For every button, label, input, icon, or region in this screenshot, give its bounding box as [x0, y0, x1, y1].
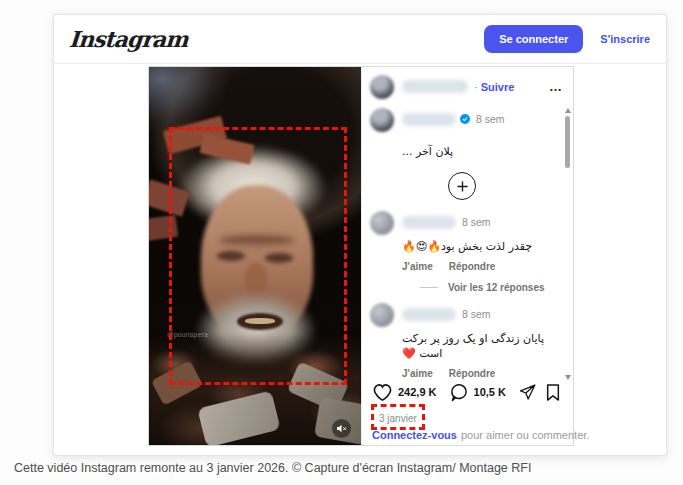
- like-button[interactable]: [372, 383, 393, 402]
- author-username-blurred[interactable]: [402, 80, 468, 93]
- comment-row: 8 sem پایان زندگی او یک روز پر برکت است …: [362, 293, 562, 380]
- comment-row: 8 sem چقدر لذت بخش بود🔥😍🔥 J'aime Répondr…: [362, 209, 562, 293]
- scrollbar-up-arrow-icon[interactable]: [565, 108, 571, 113]
- commenter-username-blurred[interactable]: [402, 308, 456, 321]
- post-header: ·Suivre …: [362, 67, 573, 106]
- comment-count: 10,5 K: [474, 386, 506, 398]
- comment-text: چقدر لذت بخش بود🔥😍🔥: [402, 239, 562, 254]
- load-more-row: [362, 172, 562, 200]
- login-prompt-text: pour aimer ou commenter.: [461, 429, 589, 441]
- signup-link[interactable]: S'inscrire: [600, 33, 650, 45]
- caption-timestamp: 8 sem: [476, 113, 505, 125]
- comment-button[interactable]: [449, 383, 469, 402]
- more-options-button[interactable]: …: [549, 83, 563, 91]
- caption-username-blurred[interactable]: [402, 113, 456, 126]
- load-more-comments-button[interactable]: [448, 172, 476, 200]
- comment-reply-button[interactable]: Répondre: [449, 368, 496, 379]
- caption-row: 8 sem پلان آخر ...: [362, 106, 562, 159]
- caption-avatar[interactable]: [370, 108, 394, 132]
- heart-icon: [372, 383, 393, 402]
- comment-timestamp: 8 sem: [462, 308, 491, 320]
- login-prompt: Connectez-vouspour aimer ou commenter.: [372, 429, 589, 441]
- author-avatar[interactable]: [370, 75, 394, 99]
- follow-label: Suivre: [481, 81, 515, 93]
- red-dashed-date-box: 3 janvier: [371, 404, 425, 430]
- comments-pane: ·Suivre … 8 sem: [361, 67, 573, 445]
- red-dashed-annotation-box: [169, 127, 347, 385]
- comment-like-button[interactable]: J'aime: [402, 368, 433, 379]
- follow-button[interactable]: ·Suivre: [474, 81, 514, 93]
- like-count: 242,9 K: [398, 386, 437, 398]
- instagram-logo: Instagram: [68, 26, 188, 52]
- comments-scroll-area[interactable]: 8 sem پلان آخر ...: [362, 106, 562, 380]
- post-action-bar: 242,9 K 10,5 K: [362, 379, 573, 405]
- bookmark-icon: [545, 383, 561, 402]
- caption-text: پلان آخر ...: [402, 144, 562, 159]
- comment-timestamp: 8 sem: [462, 216, 491, 228]
- verified-badge-icon: [460, 114, 470, 124]
- share-button[interactable]: [518, 383, 537, 401]
- commenter-avatar[interactable]: [370, 211, 394, 235]
- connect-link[interactable]: Connectez-vous: [372, 429, 457, 441]
- comment-reply-button[interactable]: Répondre: [449, 261, 496, 272]
- comment-bubble-icon: [449, 383, 469, 402]
- replies-divider-line: [420, 287, 438, 288]
- comments-scrollbar[interactable]: [564, 108, 571, 380]
- muted-speaker-icon: [336, 423, 347, 434]
- mute-toggle-button[interactable]: [332, 419, 351, 438]
- view-replies-label: Voir les 12 réponses: [448, 282, 545, 293]
- post-date: 3 janvier: [379, 413, 417, 424]
- post-video[interactable]: @pouriapera: [149, 67, 361, 445]
- login-button[interactable]: Se connecter: [484, 25, 583, 53]
- comment-like-button[interactable]: J'aime: [402, 261, 433, 272]
- post-date-row: 3 janvier: [371, 404, 425, 430]
- save-button[interactable]: [545, 383, 561, 402]
- plus-icon: [456, 180, 469, 193]
- view-replies-button[interactable]: Voir les 12 réponses: [420, 282, 562, 293]
- commenter-username-blurred[interactable]: [402, 216, 456, 229]
- comment-text: پایان زندگی او یک روز پر برکت است ❤️: [402, 331, 562, 361]
- instagram-header: Instagram Se connecter S'inscrire: [54, 15, 666, 64]
- follow-separator: ·: [474, 81, 478, 93]
- share-paper-plane-icon: [518, 383, 537, 401]
- commenter-avatar[interactable]: [370, 303, 394, 327]
- screenshot-card: Instagram Se connecter S'inscrire: [53, 14, 667, 456]
- post-embed: @pouriapera ·Suivre …: [148, 66, 574, 446]
- scrollbar-thumb[interactable]: [565, 116, 570, 168]
- article-image-caption: Cette vidéo Instagram remonte au 3 janvi…: [14, 461, 531, 475]
